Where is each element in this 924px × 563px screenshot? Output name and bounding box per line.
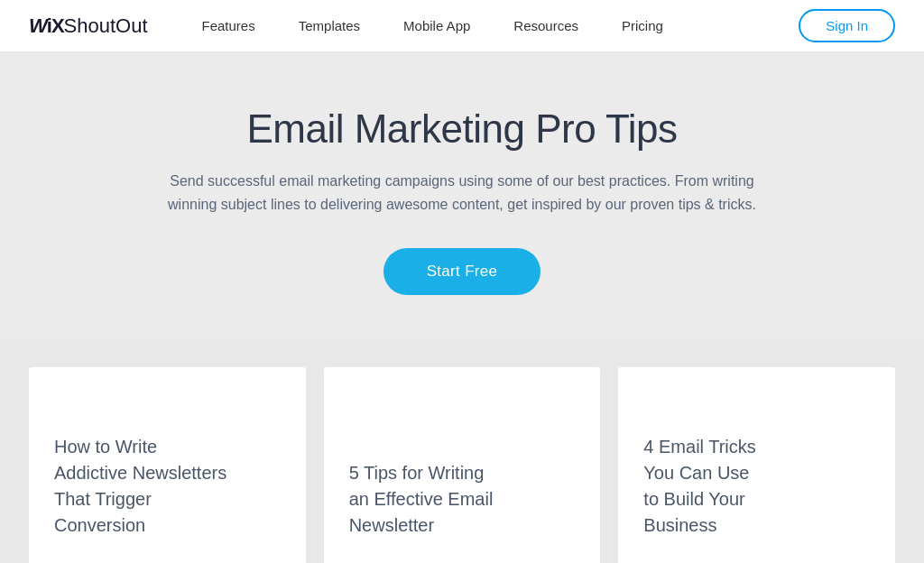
header: WiX ShoutOut Features Templates Mobile A…	[0, 0, 924, 52]
card-2[interactable]: 5 Tips for Writing an Effective Email Ne…	[324, 367, 601, 563]
card-1[interactable]: How to Write Addictive Newsletters That …	[29, 367, 306, 563]
hero-section: Email Marketing Pro Tips Send successful…	[0, 52, 924, 340]
card-1-title: How to Write Addictive Newsletters That …	[54, 434, 281, 539]
nav-item-mobile-app[interactable]: Mobile App	[403, 18, 470, 33]
nav-item-templates[interactable]: Templates	[299, 18, 360, 33]
logo[interactable]: WiX ShoutOut	[29, 14, 148, 38]
card-3[interactable]: 4 Email Tricks You Can Use to Build Your…	[618, 367, 895, 563]
logo-shoutout-text: ShoutOut	[64, 14, 148, 38]
hero-title: Email Marketing Pro Tips	[18, 106, 906, 152]
hero-subtitle: Send successful email marketing campaign…	[155, 170, 769, 216]
nav-item-features[interactable]: Features	[202, 18, 255, 33]
sign-in-button[interactable]: Sign In	[799, 9, 895, 42]
logo-wix-text: WiX	[29, 14, 64, 38]
nav-item-resources[interactable]: Resources	[513, 18, 578, 33]
card-2-title: 5 Tips for Writing an Effective Email Ne…	[349, 460, 576, 539]
start-free-button[interactable]: Start Free	[383, 248, 541, 295]
main-nav: Features Templates Mobile App Resources …	[202, 18, 799, 33]
cards-section: How to Write Addictive Newsletters That …	[0, 340, 924, 563]
card-3-title: 4 Email Tricks You Can Use to Build Your…	[643, 434, 870, 539]
nav-item-pricing[interactable]: Pricing	[622, 18, 663, 33]
